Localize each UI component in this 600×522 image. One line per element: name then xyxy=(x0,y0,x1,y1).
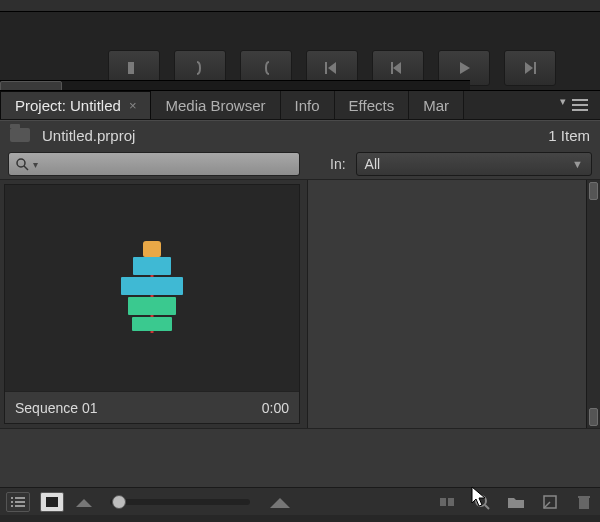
svg-rect-6 xyxy=(15,497,25,499)
chevron-down-icon: ▾ xyxy=(33,159,38,170)
svg-point-3 xyxy=(17,159,25,167)
tab-markers-label: Mar xyxy=(423,97,449,114)
project-bottom-toolbar xyxy=(0,487,600,515)
project-items-area[interactable]: Sequence 01 0:00 xyxy=(0,180,308,428)
filter-in-label: In: xyxy=(330,156,346,172)
project-item-sequence[interactable]: Sequence 01 0:00 xyxy=(4,184,300,424)
svg-rect-12 xyxy=(440,498,446,506)
svg-rect-11 xyxy=(46,497,58,507)
svg-point-14 xyxy=(476,496,486,506)
close-icon[interactable]: × xyxy=(129,98,137,113)
svg-rect-8 xyxy=(15,501,25,503)
bin-icon xyxy=(10,128,30,142)
sort-icon[interactable] xyxy=(270,493,290,511)
chevron-down-icon: ▼ xyxy=(572,158,583,170)
svg-rect-9 xyxy=(11,505,13,507)
svg-rect-2 xyxy=(534,62,536,74)
svg-line-15 xyxy=(485,505,489,509)
tab-media-browser[interactable]: Media Browser xyxy=(151,91,280,119)
delete-button[interactable] xyxy=(574,493,594,511)
panel-menu-button[interactable] xyxy=(572,95,594,115)
svg-rect-1 xyxy=(391,62,393,74)
tab-project-label: Project: Untitled xyxy=(15,97,121,114)
svg-rect-18 xyxy=(578,496,590,498)
tab-markers[interactable]: Mar xyxy=(409,91,464,119)
monitor-scrollbar[interactable] xyxy=(0,80,470,90)
search-field[interactable] xyxy=(42,157,293,172)
project-filename: Untitled.prproj xyxy=(42,127,135,144)
sequence-icon xyxy=(112,243,192,333)
tab-info[interactable]: Info xyxy=(281,91,335,119)
clip-name: Sequence 01 xyxy=(15,400,98,416)
tab-info-label: Info xyxy=(295,97,320,114)
svg-line-4 xyxy=(24,166,28,170)
svg-rect-0 xyxy=(325,62,327,74)
find-button[interactable] xyxy=(472,493,492,511)
svg-rect-10 xyxy=(15,505,25,507)
icon-view-button[interactable] xyxy=(40,492,64,512)
svg-rect-17 xyxy=(579,498,589,509)
tab-project[interactable]: Project: Untitled × xyxy=(0,91,151,119)
item-count: 1 Item xyxy=(548,127,590,144)
panel-tabs: Project: Untitled × Media Browser Info E… xyxy=(0,90,600,120)
tab-media-browser-label: Media Browser xyxy=(165,97,265,114)
svg-rect-13 xyxy=(448,498,454,506)
project-empty-area[interactable] xyxy=(308,180,600,428)
source-monitor-area xyxy=(0,12,600,90)
tab-effects[interactable]: Effects xyxy=(335,91,410,119)
scrollbar[interactable] xyxy=(586,180,600,428)
new-item-button[interactable] xyxy=(540,493,560,511)
filter-in-select[interactable]: All ▼ xyxy=(356,152,592,176)
search-icon xyxy=(15,157,29,171)
svg-rect-7 xyxy=(11,501,13,503)
thumbnail-zoom-slider[interactable] xyxy=(110,499,250,505)
tab-effects-label: Effects xyxy=(349,97,395,114)
step-forward-button[interactable] xyxy=(504,50,556,86)
automate-to-sequence-button[interactable] xyxy=(438,493,458,511)
zoom-out-icon xyxy=(74,493,94,511)
sequence-thumbnail xyxy=(5,185,299,391)
clip-duration: 0:00 xyxy=(262,400,289,416)
list-view-button[interactable] xyxy=(6,492,30,512)
new-bin-button[interactable] xyxy=(506,493,526,511)
filter-in-value: All xyxy=(365,156,381,172)
search-input[interactable]: ▾ xyxy=(8,152,300,176)
slider-knob[interactable] xyxy=(112,495,126,509)
svg-rect-5 xyxy=(11,497,13,499)
